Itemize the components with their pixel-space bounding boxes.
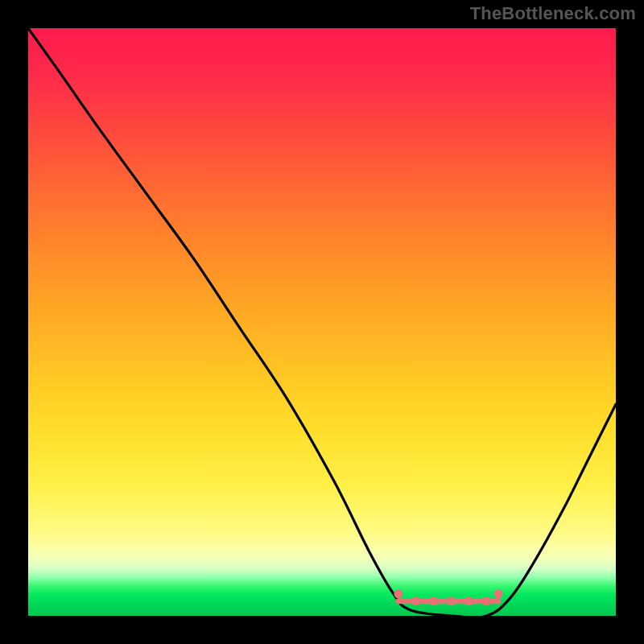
flat-region-dot	[411, 597, 420, 605]
flat-region-dot	[494, 589, 503, 598]
flat-region-dot	[394, 589, 402, 598]
flat-region-dot	[429, 597, 438, 605]
plot-area	[28, 28, 616, 616]
flat-region-dot	[482, 597, 491, 605]
flat-region-dot	[464, 597, 473, 605]
bottleneck-curve-path	[28, 28, 616, 616]
curve-layer	[28, 28, 616, 616]
watermark-text: TheBottleneck.com	[470, 3, 636, 24]
chart-frame: TheBottleneck.com	[0, 0, 644, 644]
flat-region-dot	[447, 597, 456, 605]
